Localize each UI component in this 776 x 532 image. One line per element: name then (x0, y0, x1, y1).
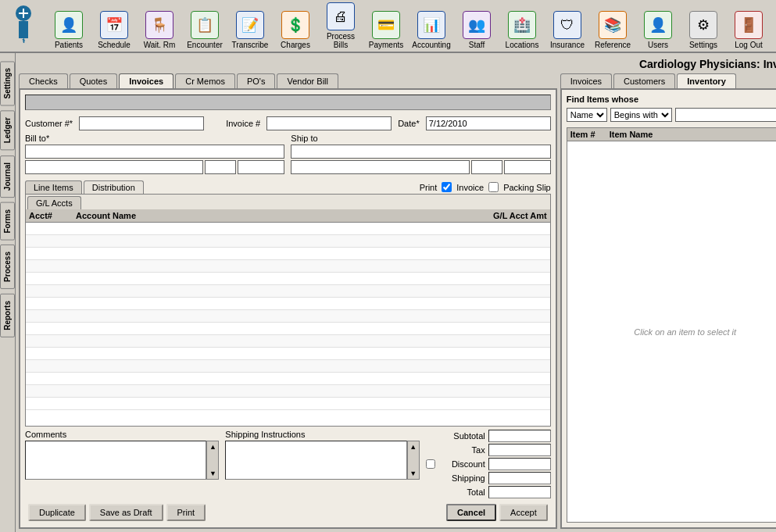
gl-row (26, 260, 550, 273)
bill-to-city[interactable] (25, 160, 203, 174)
sidebar-tab-settings[interactable]: Settings (0, 61, 15, 105)
gl-rows-area (26, 223, 550, 426)
gl-row (26, 398, 550, 410)
toolbar-accounting[interactable]: 📊 Accounting (409, 9, 453, 51)
gl-table-header: Acct# Account Name G/L Acct Amt (26, 209, 550, 223)
gl-tab-accts[interactable]: G/L Accts (27, 196, 81, 209)
print-row: Print Invoice Packing Slip (420, 182, 551, 192)
toolbar-charges[interactable]: 💲 Charges (274, 9, 317, 51)
accounting-label: Accounting (412, 41, 450, 49)
invoice-checkbox[interactable] (442, 182, 452, 192)
sidebar-tab-process[interactable]: Process (0, 245, 15, 289)
toolbar-staff[interactable]: 👥 Staff (455, 9, 499, 51)
discount-input[interactable] (488, 458, 551, 470)
subtotal-input[interactable] (488, 430, 551, 442)
comments-scroll-down[interactable]: ▼ (208, 469, 217, 478)
toolbar-patients[interactable]: 👤 Patients (47, 9, 91, 51)
totals-block: Subtotal Tax Discount (426, 430, 551, 499)
gl-row (26, 335, 550, 348)
toolbar-waitrm[interactable]: 🪑 Wait. Rm (138, 9, 181, 51)
tab-distribution[interactable]: Distribution (84, 180, 144, 194)
toolbar-logout[interactable]: 🚪 Log Out (727, 9, 771, 51)
users-label: Users (648, 41, 668, 49)
bottom-section: Comments ▲ ▼ Shipping Instructions (25, 430, 551, 499)
ship-to-city[interactable] (291, 160, 469, 174)
shipping-scroll-down[interactable]: ▼ (409, 469, 418, 478)
bill-to-label: Bill to* (25, 134, 284, 143)
toolbar-locations[interactable]: 🏥 Locations (500, 9, 544, 51)
bill-to-state[interactable] (205, 160, 236, 174)
app-logo: ⚕ (3, 2, 44, 49)
right-tab-invoices[interactable]: Invoices (560, 73, 612, 88)
right-tab-customers[interactable]: Customers (613, 73, 675, 88)
tab-vendorbill[interactable]: Vendor Bill (277, 73, 338, 88)
customer-input[interactable] (79, 116, 204, 130)
shipping-scroll-up[interactable]: ▲ (409, 442, 418, 452)
bill-to-zip[interactable] (238, 160, 284, 174)
comments-block: Comments ▲ ▼ (25, 430, 219, 499)
comments-scroll: ▲ ▼ (206, 441, 219, 480)
locations-icon: 🏥 (508, 11, 536, 39)
tab-quotes[interactable]: Quotes (70, 73, 117, 88)
discount-checkbox[interactable] (426, 459, 435, 469)
toolbar-users[interactable]: 👤 Users (636, 9, 680, 51)
users-icon: 👤 (644, 11, 672, 39)
save-draft-button[interactable]: Save as Draft (89, 504, 163, 521)
invoice-input[interactable] (266, 116, 392, 130)
shipping-input[interactable] (488, 472, 551, 484)
accept-button[interactable]: Accept (499, 504, 548, 521)
toolbar-encounter[interactable]: 📋 Encounter (183, 9, 227, 51)
tab-checks[interactable]: Checks (19, 73, 68, 88)
total-input[interactable] (488, 486, 551, 498)
sidebar-tab-journal[interactable]: Journal (0, 155, 15, 198)
sidebar-tab-ledger[interactable]: Ledger (0, 110, 15, 150)
find-condition-select[interactable]: Begins with (610, 108, 672, 122)
locations-label: Locations (506, 41, 539, 49)
gl-row (26, 248, 550, 260)
find-field-select[interactable]: Name (567, 108, 607, 122)
toolbar-payments[interactable]: 💳 Payments (364, 9, 408, 51)
logout-label: Log Out (735, 41, 763, 49)
ship-to-zip[interactable] (504, 160, 551, 174)
shipping-textarea[interactable] (225, 441, 406, 480)
tab-invoices[interactable]: Invoices (119, 73, 173, 88)
right-tab-inventory[interactable]: Inventory (677, 73, 736, 88)
comments-textarea[interactable] (25, 441, 206, 480)
discount-row: Discount (426, 458, 551, 470)
gl-col-name: Account Name (76, 211, 469, 220)
gl-row (26, 273, 550, 285)
gl-row (26, 235, 550, 248)
gl-row (26, 223, 550, 235)
packing-slip-checkbox[interactable] (488, 182, 499, 192)
toolbar-reference[interactable]: 📚 Reference (591, 9, 635, 51)
sidebar-tab-reports[interactable]: Reports (0, 294, 15, 337)
toolbar-processbills[interactable]: 🖨 Process Bills (319, 1, 363, 51)
tab-pos[interactable]: PO's (237, 73, 276, 88)
tab-lineitems[interactable]: Line Items (25, 180, 82, 194)
left-sidebar: Settings Ledger Journal Forms Process Re… (0, 53, 16, 532)
find-value-input[interactable] (675, 108, 776, 122)
toolbar-insurance[interactable]: 🛡 Insurance (545, 9, 589, 51)
toolbar-schedule[interactable]: 📅 Schedule (92, 9, 136, 51)
toolbar-settings[interactable]: ⚙ Settings (681, 9, 725, 51)
comments-scroll-up[interactable]: ▲ (208, 442, 217, 452)
print-button[interactable]: Print (166, 504, 206, 521)
gl-row (26, 360, 550, 373)
bill-to-line1[interactable] (25, 145, 284, 159)
sidebar-tab-forms[interactable]: Forms (0, 202, 15, 241)
ship-to-line1[interactable] (291, 145, 550, 159)
items-col-num: Item # (570, 130, 610, 139)
gl-col-amt: G/L Acct Amt (469, 211, 547, 220)
search-bar (25, 95, 551, 110)
toolbar: ⚕ 👤 Patients 📅 Schedule 🪑 Wait. Rm 📋 Enc… (0, 0, 776, 53)
date-input[interactable]: 7/12/2010 (426, 116, 551, 130)
toolbar-transcribe[interactable]: 📝 Transcribe (228, 9, 272, 51)
duplicate-button[interactable]: Duplicate (28, 504, 86, 521)
ship-to-state[interactable] (471, 160, 502, 174)
inner-layout: Checks Quotes Invoices Cr Memos PO's Ven… (19, 73, 776, 529)
tax-input[interactable] (488, 444, 551, 456)
tab-crmemos[interactable]: Cr Memos (175, 73, 235, 88)
transcribe-label: Transcribe (232, 41, 269, 49)
right-panel-box: Find Items whose Name Begins with Clear (560, 88, 776, 529)
cancel-button[interactable]: Cancel (446, 504, 496, 521)
